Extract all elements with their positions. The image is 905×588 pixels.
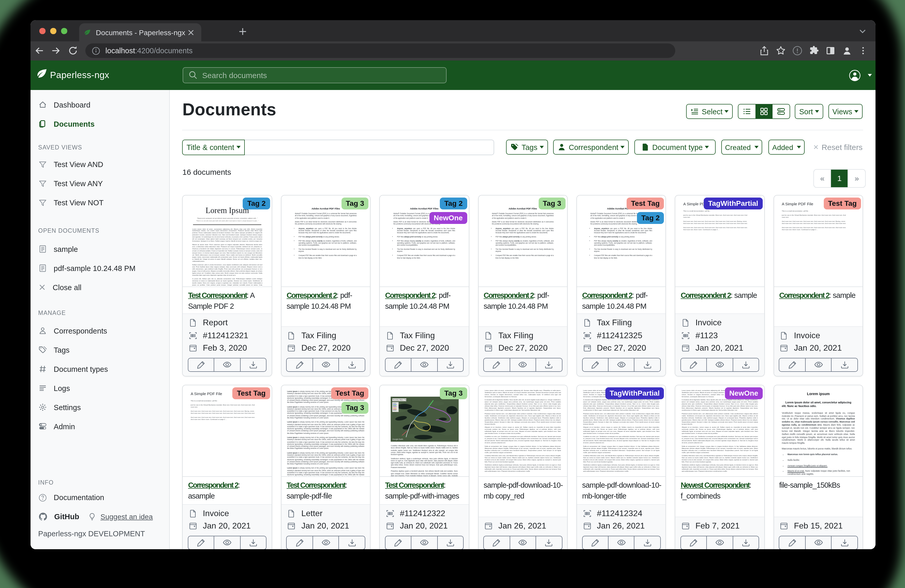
svg-text:Google Earth: Google Earth <box>393 438 403 441</box>
svg-text:Boundary Waters Trip: Boundary Waters Trip <box>393 399 407 401</box>
